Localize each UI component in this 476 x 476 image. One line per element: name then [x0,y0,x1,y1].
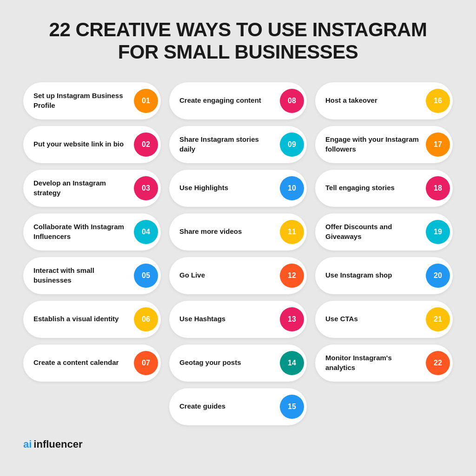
tip-badge-21: 21 [426,307,450,331]
tip-text-09: Share Instagram stories daily [179,135,280,154]
tip-badge-06: 06 [134,307,158,331]
tip-text-22: Monitor Instagram's analytics [325,353,426,372]
tip-item-14: Geotag your posts14 [169,344,307,382]
tip-item-06: Establish a visual identity06 [23,301,161,338]
tip-item-18: Tell engaging stories18 [315,170,453,207]
tip-item-22: Monitor Instagram's analytics22 [315,344,453,382]
tip-badge-12: 12 [280,264,304,288]
tip-text-21: Use CTAs [325,314,426,324]
tip-item-11: Share more videos11 [169,213,307,251]
tip-badge-01: 01 [134,89,158,113]
tip-item-17: Engage with your Instagram followers17 [315,126,453,163]
tip-badge-17: 17 [426,132,450,157]
tip-text-02: Put your website link in bio [33,139,134,149]
tip-badge-19: 19 [426,220,450,244]
tip-badge-07: 07 [134,351,158,375]
tip-item-04: Collaborate With Instagram Influencers04 [23,213,161,251]
tip-badge-22: 22 [426,351,450,375]
tip-text-15: Create guides [179,402,280,411]
tip-text-07: Create a content calendar [33,358,134,367]
tip-text-20: Use Instagram shop [325,271,426,280]
tip-badge-02: 02 [134,132,158,157]
tip-badge-08: 08 [280,89,304,113]
tip-text-10: Use Highlights [179,183,280,192]
tip-text-05: Interact with small businesses [33,266,134,285]
main-card: 22 CREATIVE WAYS TO USE INSTAGRAMFOR SMA… [0,0,476,476]
tip-text-16: Host a takeover [325,96,426,105]
tip-badge-04: 04 [134,220,158,244]
tip-item-07: Create a content calendar07 [23,344,161,382]
tip-text-08: Create engaging content [179,96,280,105]
tip-badge-10: 10 [280,176,304,200]
tip-badge-18: 18 [426,176,450,200]
tip-item-13: Use Hashtags13 [169,301,307,338]
tip-badge-09: 09 [280,132,304,157]
page-title: 22 CREATIVE WAYS TO USE INSTAGRAMFOR SMA… [23,19,453,64]
tip-text-11: Share more videos [179,227,280,236]
tip-badge-20: 20 [426,264,450,288]
tips-grid: Set up Instagram Business Profile01Put y… [23,82,453,425]
tip-badge-11: 11 [280,220,304,244]
logo-ai: ai [23,438,32,450]
tip-badge-05: 05 [134,264,158,288]
tip-text-19: Offer Discounts and Giveaways [325,222,426,241]
tip-text-04: Collaborate With Instagram Influencers [33,222,134,241]
tip-text-03: Develop an Instagram strategy [33,178,134,198]
tip-text-01: Set up Instagram Business Profile [33,91,134,110]
tip-badge-03: 03 [134,176,158,200]
tip-item-21: Use CTAs21 [315,301,453,338]
tip-item-03: Develop an Instagram strategy03 [23,170,161,207]
tip-item-12: Go Live12 [169,257,307,294]
tip-item-02: Put your website link in bio02 [23,126,161,163]
tip-item-01: Set up Instagram Business Profile01 [23,82,161,119]
logo-influencer: influencer [33,438,82,450]
tip-item-20: Use Instagram shop20 [315,257,453,294]
logo: ai influencer [23,438,453,450]
column-3: Host a takeover16Engage with your Instag… [315,82,453,382]
column-1: Set up Instagram Business Profile01Put y… [23,82,161,382]
tip-text-14: Geotag your posts [179,358,280,367]
tip-item-15: Create guides15 [169,388,307,425]
tip-item-19: Offer Discounts and Giveaways19 [315,213,453,251]
tip-item-08: Create engaging content08 [169,82,307,119]
tip-text-18: Tell engaging stories [325,183,426,192]
tip-text-12: Go Live [179,271,280,280]
column-2: Create engaging content08Share Instagram… [169,82,307,425]
tip-item-10: Use Highlights10 [169,170,307,207]
tip-text-17: Engage with your Instagram followers [325,135,426,154]
tip-text-06: Establish a visual identity [33,314,134,324]
tip-badge-16: 16 [426,89,450,113]
tip-item-05: Interact with small businesses05 [23,257,161,294]
tip-badge-14: 14 [280,351,304,375]
tip-item-16: Host a takeover16 [315,82,453,119]
tip-badge-13: 13 [280,307,304,331]
tip-badge-15: 15 [280,395,304,419]
tip-text-13: Use Hashtags [179,314,280,324]
tip-item-09: Share Instagram stories daily09 [169,126,307,163]
